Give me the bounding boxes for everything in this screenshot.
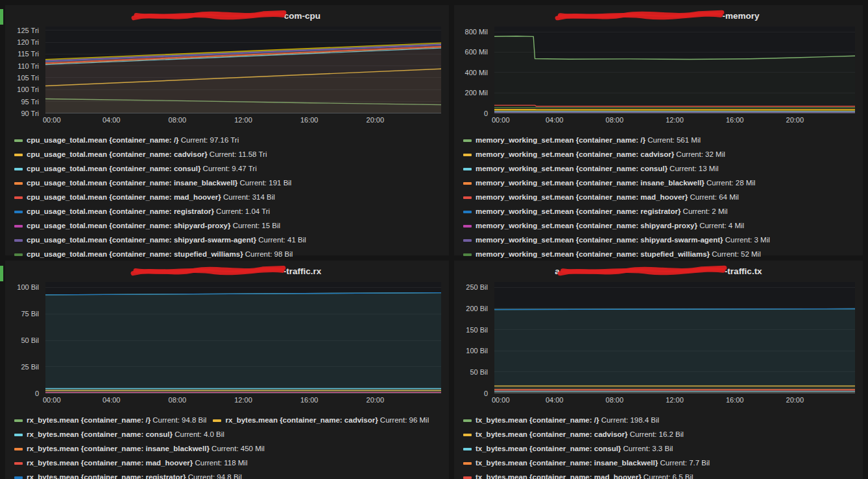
- x-axis: 00:0004:0008:0012:0016:0020:00: [494, 395, 855, 406]
- legend-item[interactable]: tx_bytes.mean {container_name: consul} C…: [463, 443, 673, 454]
- legend-item[interactable]: tx_bytes.mean {container_name: mad_hoove…: [463, 472, 693, 479]
- legend-item[interactable]: cpu_usage_total.mean {container_name: co…: [14, 163, 257, 174]
- series-current: Current: 13 Mil: [668, 165, 719, 172]
- y-axis-tick-label: 250 Bil: [466, 283, 488, 291]
- legend-item[interactable]: rx_bytes.mean {container_name: registrat…: [14, 472, 242, 479]
- legend-item[interactable]: memory_working_set.mean {container_name:…: [463, 149, 725, 160]
- y-axis-tick-label: 0: [484, 110, 488, 117]
- series-color-marker: [14, 239, 23, 242]
- x-axis-tick-label: 12:00: [666, 116, 684, 124]
- series-current: Current: 450 Mil: [210, 445, 265, 452]
- plot-area[interactable]: [494, 282, 855, 393]
- legend-item[interactable]: memory_working_set.mean {container_name:…: [463, 178, 755, 189]
- plot-area[interactable]: [494, 27, 855, 113]
- series-color-marker: [463, 434, 472, 436]
- y-axis-tick-label: 800 Mil: [465, 28, 488, 36]
- series-current: Current: 64 Mil: [688, 193, 739, 201]
- panel-title[interactable]: -traffic.rx: [5, 261, 449, 279]
- gridline: [494, 113, 855, 113]
- legend: tx_bytes.mean {container_name: /} Curren…: [454, 414, 863, 479]
- row-collapse-indicator[interactable]: [0, 266, 3, 281]
- legend: memory_working_set.mean {container_name:…: [454, 134, 863, 276]
- row-collapse-indicator[interactable]: [0, 9, 3, 25]
- chart-area[interactable]: 125 Tri120 Tri115 Tri110 Tri105 Tri100 T…: [9, 27, 441, 113]
- series-color-marker: [463, 253, 472, 256]
- series-color-marker: [14, 419, 23, 422]
- y-axis-tick-label: 400 Mil: [465, 69, 488, 76]
- series-name: cpu_usage_total.mean {container_name: co…: [27, 165, 200, 172]
- x-axis-tick-label: 16:00: [300, 396, 319, 404]
- y-axis-tick-label: 600 Mil: [465, 48, 488, 56]
- x-axis-tick-label: 00:00: [492, 396, 510, 404]
- x-axis-tick-label: 04:00: [102, 116, 121, 124]
- y-axis: 800 Mil600 Mil400 Mil200 Mil0: [458, 27, 492, 113]
- series-current: Current: 32 Mil: [674, 150, 725, 158]
- series-current: Current: 28 Mil: [705, 179, 756, 187]
- legend-item[interactable]: cpu_usage_total.mean {container_name: sh…: [14, 220, 280, 231]
- series-name: tx_bytes.mean {container_name: /}: [476, 416, 599, 424]
- x-axis-tick-label: 04:00: [546, 396, 564, 404]
- x-axis-tick-label: 16:00: [300, 116, 319, 124]
- plot-area[interactable]: [45, 27, 441, 113]
- plot-area[interactable]: [45, 282, 441, 393]
- legend-item[interactable]: cpu_usage_total.mean {container_name: in…: [14, 178, 291, 189]
- y-axis: 250 Bil200 Bil150 Bil100 Bil50 Bil0: [458, 282, 492, 393]
- panel-title[interactable]: a-traffic.tx: [454, 261, 863, 279]
- legend-item[interactable]: tx_bytes.mean {container_name: cadvisor}…: [463, 429, 684, 440]
- series-current: Current: 1.04 Tri: [214, 207, 270, 215]
- series-current: Current: 4 Mil: [697, 222, 744, 229]
- series-name: tx_bytes.mean {container_name: consul}: [476, 445, 621, 452]
- redaction-scribble: [130, 264, 286, 277]
- legend-item[interactable]: memory_working_set.mean {container_name:…: [463, 135, 701, 146]
- y-axis-tick-label: 125 Tri: [17, 27, 39, 34]
- legend-item[interactable]: memory_working_set.mean {container_name:…: [463, 220, 744, 231]
- legend-item[interactable]: memory_working_set.mean {container_name:…: [463, 249, 761, 260]
- y-axis-tick-label: 100 Tri: [17, 86, 39, 93]
- series-name: memory_working_set.mean {container_name:…: [476, 150, 674, 158]
- legend-item[interactable]: tx_bytes.mean {container_name: insane_bl…: [463, 458, 710, 469]
- x-axis-tick-label: 08:00: [606, 116, 624, 124]
- legend-item[interactable]: memory_working_set.mean {container_name:…: [463, 235, 770, 246]
- series-current: Current: 3 Mil: [723, 236, 770, 244]
- legend-item[interactable]: cpu_usage_total.mean {container_name: sh…: [14, 235, 306, 246]
- x-axis-tick-label: 20:00: [367, 116, 385, 124]
- legend-item[interactable]: memory_working_set.mean {container_name:…: [463, 163, 719, 174]
- legend-item[interactable]: rx_bytes.mean {container_name: insane_bl…: [14, 443, 265, 454]
- gridline: [494, 393, 855, 393]
- series-name: memory_working_set.mean {container_name:…: [476, 250, 710, 258]
- series-color-marker: [463, 139, 472, 142]
- legend-item[interactable]: cpu_usage_total.mean {container_name: ca…: [14, 149, 267, 160]
- series-color-marker: [463, 448, 472, 450]
- chart-area[interactable]: 250 Bil200 Bil150 Bil100 Bil50 Bil0: [458, 282, 855, 393]
- y-axis-tick-label: 100 Bil: [17, 283, 39, 291]
- x-axis-tick-label: 08:00: [169, 116, 187, 124]
- panel-title[interactable]: -memory: [454, 5, 863, 24]
- series-color-marker: [14, 462, 23, 465]
- legend-item[interactable]: rx_bytes.mean {container_name: /} Curren…: [14, 415, 206, 426]
- series-color-marker: [463, 211, 472, 213]
- legend-item[interactable]: rx_bytes.mean {container_name: mad_hoove…: [14, 458, 247, 469]
- chart-area[interactable]: 100 Bil75 Bil50 Bil25 Bil0: [9, 282, 441, 393]
- series-color-marker: [14, 476, 23, 479]
- legend-item[interactable]: rx_bytes.mean {container_name: cadvisor}…: [213, 415, 429, 426]
- legend-item[interactable]: memory_working_set.mean {container_name:…: [463, 206, 728, 217]
- series-color-marker: [463, 196, 472, 199]
- series-name: rx_bytes.mean {container_name: insane_bl…: [27, 445, 210, 452]
- series-name: rx_bytes.mean {container_name: mad_hoove…: [27, 459, 193, 467]
- series-name: cpu_usage_total.mean {container_name: ma…: [27, 193, 221, 201]
- legend-item[interactable]: cpu_usage_total.mean {container_name: ma…: [14, 192, 275, 203]
- legend-item[interactable]: rx_bytes.mean {container_name: consul} C…: [14, 429, 224, 440]
- series-name: memory_working_set.mean {container_name:…: [476, 222, 697, 229]
- legend-item[interactable]: cpu_usage_total.mean {container_name: /}…: [14, 135, 239, 146]
- series-current: Current: 314 Bil: [221, 193, 275, 201]
- legend-item[interactable]: memory_working_set.mean {container_name:…: [463, 192, 739, 203]
- series-name: tx_bytes.mean {container_name: insane_bl…: [476, 459, 658, 467]
- series-current: Current: 2 Mil: [681, 207, 727, 215]
- panel-title[interactable]: com-cpu: [5, 5, 449, 24]
- series-color-marker: [463, 419, 472, 422]
- legend-item[interactable]: tx_bytes.mean {container_name: /} Curren…: [463, 415, 659, 426]
- chart-area[interactable]: 800 Mil600 Mil400 Mil200 Mil0: [458, 27, 855, 113]
- legend-item[interactable]: cpu_usage_total.mean {container_name: re…: [14, 206, 270, 217]
- series-name: memory_working_set.mean {container_name:…: [476, 193, 688, 201]
- legend-item[interactable]: cpu_usage_total.mean {container_name: st…: [14, 249, 293, 260]
